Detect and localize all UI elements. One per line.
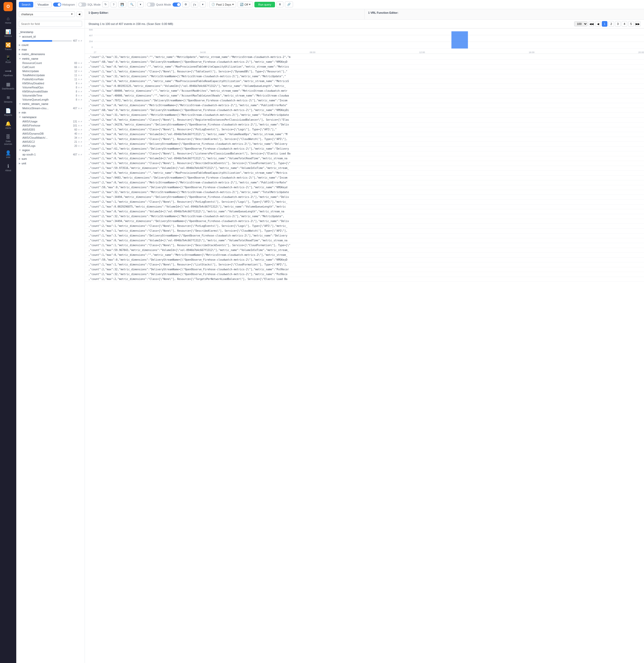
filter-icon: ≡ (78, 98, 80, 101)
alerts-icon: 🔔 (5, 121, 11, 126)
field-group-header-metric_dimensions[interactable]: ▶metric_dimensions (16, 52, 85, 56)
vrl-editor-box[interactable]: 1 VRL Function Editor: (365, 9, 644, 19)
search-button[interactable]: Search (19, 2, 33, 7)
events-area[interactable]: ,"count":2,"max":31,"metric_dimensions":… (85, 54, 644, 663)
field-subitem-aws/dynamodb[interactable]: AWS/DynamoDB 40 ≡ ≠ (16, 132, 85, 136)
field-subitem-resourcecount[interactable]: ResourceCount 83 ≡ ≠ (16, 61, 85, 65)
sidebar-item-about[interactable]: ℹ About (1, 162, 15, 174)
chevron-down-icon-2: ▾ (249, 3, 250, 6)
separator-1 (76, 2, 77, 7)
refresh-button[interactable]: ↻ (102, 2, 109, 7)
field-subitem-aws/ec2[interactable]: AWS/EC2 21 ≡ ≠ (16, 140, 85, 144)
field-group-header-count[interactable]: ▶count (16, 43, 85, 47)
field-subitem-volumereadops[interactable]: VolumeReadOps 8 ≡ ≠ (16, 85, 85, 89)
table-row: ,"count":1,"max":0,"metric_dimensions":"… (85, 171, 644, 176)
sidebar-item-dashboards[interactable]: ▦ Dashboards (1, 80, 15, 92)
field-group-header-region[interactable]: ▼region (16, 148, 85, 153)
field-group-account-id: ▼ account_id 407 ≡ ≠ (16, 34, 85, 43)
page-5-button[interactable]: 5 (628, 21, 634, 27)
function-button[interactable]: ƒx (191, 2, 199, 7)
page-3-button[interactable]: 3 (615, 21, 621, 27)
field-group-header-unit[interactable]: ▶unit (16, 161, 85, 166)
time-range-button[interactable]: 🕐 Past 1 Days ▾ (209, 2, 236, 7)
sidebar-item-data-sources[interactable]: 🗄 Data sources (1, 133, 15, 147)
extra-toggle[interactable] (173, 3, 181, 7)
field-group-header-metric_name[interactable]: ▼metric_name (16, 56, 85, 61)
exclude-icon: ≠ (81, 120, 82, 123)
field-subitem-publisherrorrate[interactable]: PublishErrorRate 11 ≡ ≠ (16, 77, 85, 81)
subitem-name: VolumeQueueLength (22, 98, 75, 101)
field-subitem-metricupdate[interactable]: MetricUpdate 12 ≡ ≠ (16, 69, 85, 73)
download-button[interactable]: ⬇ (276, 2, 283, 7)
next-page-button[interactable]: ▶▶ (635, 21, 640, 27)
sidebar-item-reports[interactable]: 📄 Reports (1, 107, 15, 119)
field-group-header-sum[interactable]: ▶sum (16, 157, 85, 161)
field-subitem-aws/usage[interactable]: AWS/Usage 131 ≡ ≠ (16, 119, 85, 123)
sidebar-item-metrics[interactable]: 📊 Metrics (1, 27, 15, 40)
field-subitem-aws/logs[interactable]: AWS/Logs 20 ≡ ≠ (16, 144, 85, 148)
field-group-header-namespace[interactable]: ▼namespace (16, 115, 85, 119)
field-search-input[interactable] (19, 21, 82, 27)
field-subitem-aws/firehose[interactable]: AWS/Firehose 101 ≡ ≠ (16, 123, 85, 128)
sidebar-item-alerts[interactable]: 🔔 Alerts (1, 119, 15, 132)
sidebar-item-pipelines[interactable]: ⟶ Pipelines (1, 67, 15, 79)
field-group-header-min[interactable]: ▶min (16, 110, 85, 115)
field-subitem-ap-south-1[interactable]: ap-south-1 407 ≡ ≠ (16, 153, 85, 157)
sidebar-item-rum[interactable]: 📱 RUM (1, 53, 15, 66)
prev-single-button[interactable]: ◀ (595, 21, 601, 27)
field-subitem-kmskeydisabled[interactable]: KMSKeyDisabled 8 ≡ ≠ (16, 81, 85, 85)
refresh-schedule-button[interactable]: 🔄 Off ▾ (238, 2, 253, 7)
collapse-panel-button[interactable]: ◀ (76, 12, 82, 17)
sidebar-item-label: About (5, 169, 11, 172)
page-size-select[interactable]: 100 50 200 (574, 21, 587, 26)
field-subitem-callcount[interactable]: CallCount 66 ≡ ≠ (16, 65, 85, 69)
field-subitem-volumequeuelength[interactable]: VolumeQueueLength 8 ≡ ≠ (16, 97, 85, 101)
field-subitem-metricsstream-clou...[interactable]: MetricsStream-clou... 407 ≡ ≠ (16, 106, 85, 110)
sidebar-item-traces[interactable]: 🔀 Traces (1, 41, 15, 53)
field-subitem-totalmetricupdate[interactable]: TotalMetricUpdate 11 ≡ ≠ (16, 73, 85, 77)
sidebar-item-label: Dashboards (2, 87, 15, 90)
table-row: ,"count":60,"max":0,"metric_dimensions":… (85, 108, 644, 113)
sql-mode-toggle[interactable] (78, 3, 86, 7)
table-row: ,"count":1,"max":1,"metric_dimensions":"… (85, 69, 644, 74)
account-id-bar-item[interactable]: 407 ≡ ≠ (16, 39, 85, 43)
search-icon-button[interactable]: 🔍 (128, 2, 136, 7)
histogram-toggle[interactable] (53, 3, 61, 7)
field-group-header-max[interactable]: ▶max (16, 47, 85, 52)
settings-button[interactable]: ⚙ (182, 2, 189, 7)
page-2-button[interactable]: 2 (608, 21, 614, 27)
page-4-button[interactable]: 4 (622, 21, 627, 27)
visualize-button[interactable]: Visualize (35, 2, 51, 7)
field-timestamp[interactable]: _timestamp (16, 30, 85, 34)
sidebar-item-streams[interactable]: ≋ Streams (1, 93, 15, 106)
stream-selector[interactable]: chaitanya ▾ (19, 11, 75, 17)
table-row: ,"count":2,"max":31,"metric_dimensions":… (85, 113, 644, 118)
subitem-count: 83 (74, 62, 77, 65)
query-editor-box[interactable]: 1 Query Editor: (85, 9, 365, 19)
sidebar-item-iam[interactable]: 👤 IAM (1, 148, 15, 161)
field-subitem-aws/ebs[interactable]: AWS/EBS 60 ≡ ≠ (16, 128, 85, 132)
pagination: 100 50 200 ◀◀ ◀ 1 2 3 4 5 ▶▶ (574, 21, 640, 27)
field-subitem-aws/cloudwatch/...[interactable]: AWS/CloudWatch/... 34 ≡ ≠ (16, 136, 85, 140)
filter-icon: ≡ (78, 144, 80, 147)
subitem-name: AWS/EC2 (22, 140, 73, 143)
run-query-button[interactable]: Run query (254, 2, 275, 7)
field-group-header-metric_stream_name[interactable]: ▼metric_stream_name (16, 101, 85, 106)
sidebar-item-home[interactable]: ⌂ Home (1, 14, 15, 26)
field-group-unit: ▶unit (16, 161, 85, 166)
prev-page-button[interactable]: ◀◀ (589, 21, 594, 27)
share-button[interactable]: 🔗 (285, 2, 293, 7)
dropdown-button[interactable]: ▾ (137, 2, 143, 7)
more-button[interactable]: ▾ (200, 2, 206, 7)
table-row: ,"count":1,"max":0,"metric_dimensions":"… (85, 253, 644, 257)
field-subitem-volumeidletime[interactable]: VolumeIdleTime 8 ≡ ≠ (16, 93, 85, 97)
field-subitem-kmskeyinvalidstate[interactable]: KMSKeyInvalidState 8 ≡ ≠ (16, 89, 85, 93)
sidebar-item-label: Home (5, 22, 11, 24)
field-name: min (22, 111, 26, 114)
save-button[interactable]: 💾 (118, 2, 126, 7)
quick-mode-toggle[interactable] (147, 3, 155, 7)
subitem-name: AWS/Logs (22, 144, 73, 147)
field-group-account-id-header[interactable]: ▼ account_id (16, 34, 85, 39)
page-1-button[interactable]: 1 (602, 21, 607, 27)
help-button[interactable]: ? (111, 2, 117, 7)
